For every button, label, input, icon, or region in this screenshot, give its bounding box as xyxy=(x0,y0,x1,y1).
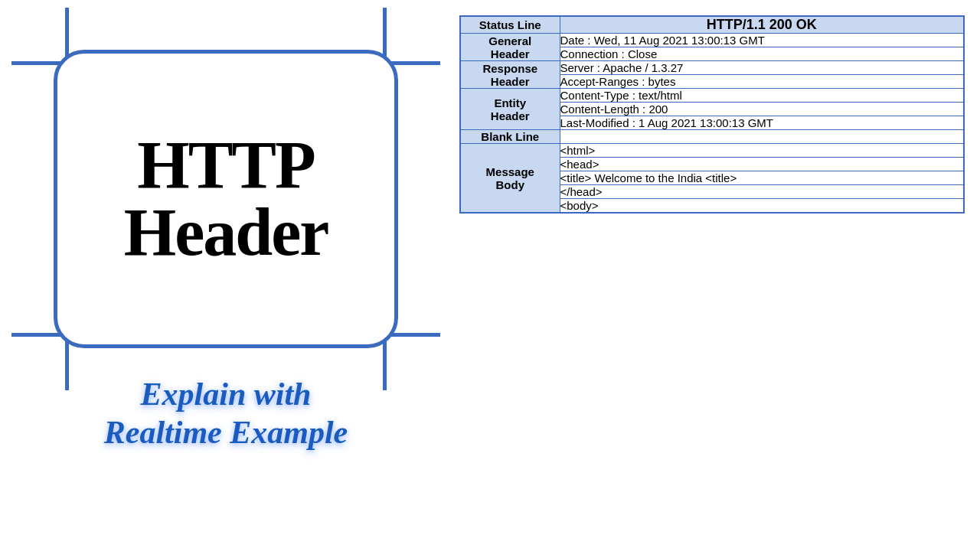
message-body-value-2: <head> xyxy=(560,158,964,171)
response-header-row-1: ResponseHeader Server : Apache / 1.3.27 xyxy=(460,61,964,75)
outer-frame: HTTP Header xyxy=(42,38,410,360)
response-header-value-1: Server : Apache / 1.3.27 xyxy=(560,61,964,75)
http-header-title: HTTP Header xyxy=(124,132,328,266)
entity-header-row-1: EntityHeader Content-Type : text/html xyxy=(460,89,964,103)
status-line-row: Status Line HTTP/1.1 200 OK xyxy=(460,16,964,34)
message-body-row-1: MessageBody <html> xyxy=(460,144,964,158)
subtitle: Explain with Realtime Example xyxy=(104,375,348,452)
entity-header-label: EntityHeader xyxy=(460,89,560,130)
entity-header-value-3: Last-Modified : 1 Aug 2021 13:00:13 GMT xyxy=(560,116,964,130)
general-header-label: GeneralHeader xyxy=(460,34,560,61)
message-body-value-3: <title> Welcome to the India <title> xyxy=(560,171,964,185)
rounded-box: HTTP Header xyxy=(54,50,398,348)
status-line-value: HTTP/1.1 200 OK xyxy=(560,16,964,34)
right-panel: Status Line HTTP/1.1 200 OK GeneralHeade… xyxy=(452,0,980,551)
http-table: Status Line HTTP/1.1 200 OK GeneralHeade… xyxy=(459,15,965,214)
message-body-value-5: <body> xyxy=(560,199,964,214)
message-body-label: MessageBody xyxy=(460,144,560,214)
message-body-value-1: <html> xyxy=(560,144,964,158)
response-header-label: ResponseHeader xyxy=(460,61,560,89)
blank-line-label: Blank Line xyxy=(460,130,560,144)
entity-header-value-2: Content-Length : 200 xyxy=(560,103,964,116)
response-header-value-2: Accept-Ranges : bytes xyxy=(560,75,964,89)
message-body-value-4: </head> xyxy=(560,185,964,199)
blank-line-value xyxy=(560,130,964,144)
general-header-value-2: Connection : Close xyxy=(560,47,964,61)
status-line-label: Status Line xyxy=(460,16,560,34)
blank-line-row: Blank Line xyxy=(460,130,964,144)
left-panel: HTTP Header Explain with Realtime Exampl… xyxy=(0,0,452,551)
general-header-value-1: Date : Wed, 11 Aug 2021 13:00:13 GMT xyxy=(560,34,964,47)
entity-header-value-1: Content-Type : text/html xyxy=(560,89,964,103)
general-header-row-1: GeneralHeader Date : Wed, 11 Aug 2021 13… xyxy=(460,34,964,47)
